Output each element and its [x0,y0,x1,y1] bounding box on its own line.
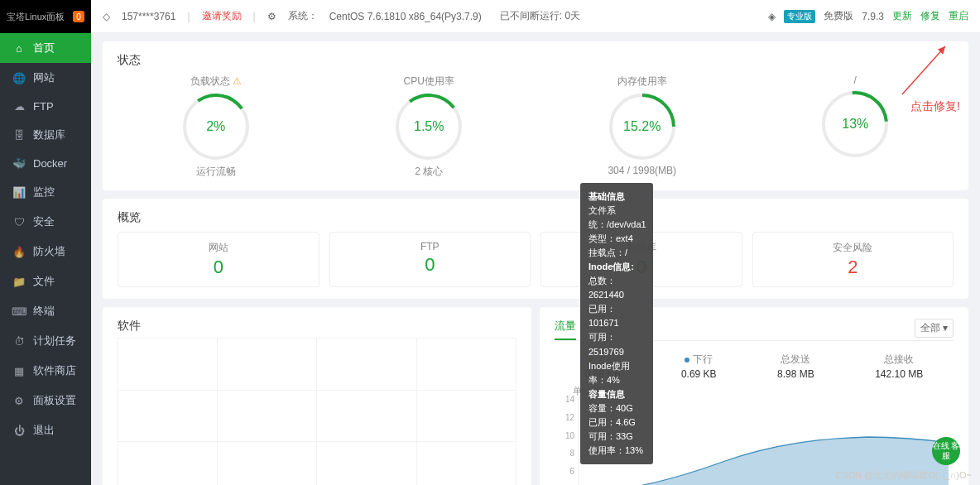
nav-folder[interactable]: 📁 文件 [0,267,91,296]
uptime: 已不间断运行: 0天 [500,9,580,23]
exit-icon: ⏻ [13,425,25,436]
invite-link[interactable]: 邀请奖励 [202,9,242,23]
nav-label: 网站 [33,70,55,85]
status-card: 状态 负载状态 ⚠ 2% 运行流畅 CPU使用率 1.5% 2 核心 内存使用率… [103,41,968,190]
overview-1[interactable]: FTP 0 [329,232,531,287]
pro-badge: 专业版 [784,10,815,23]
fire-icon: 🔥 [13,246,25,257]
gauge-1[interactable]: CPU使用率 1.5% 2 核心 [331,74,528,179]
nav-home[interactable]: ⌂ 首页 [0,33,91,63]
logo-text: 宝塔Linux面板 [7,11,65,23]
restart-link[interactable]: 重启 [949,9,968,23]
nav-label: 终端 [33,304,55,319]
software-grid [118,339,516,485]
nav-label: FTP [33,100,54,113]
gauge-ring: 13% [822,91,888,157]
disk-tooltip: 基础信息 文件系统：/dev/vda1 类型：ext4 挂载点：/ Inode信… [580,183,653,464]
nav-grid[interactable]: ▦ 软件商店 [0,356,91,386]
gauge-0[interactable]: 负载状态 ⚠ 2% 运行流畅 [118,74,315,179]
user-icon: ◇ [103,11,110,22]
nav-label: Docker [33,157,67,170]
gear-icon: ⚙ [13,395,25,406]
status-title: 状态 [118,53,954,68]
monitor-icon: 📊 [13,186,25,198]
nav-label: 首页 [33,41,55,55]
nav-label: 面板设置 [33,393,76,408]
nav-fire[interactable]: 🔥 防火墙 [0,237,91,267]
sidebar: 宝塔Linux面板 0 ⌂ 首页 🌐 网站 ☁ FTP 🗄 数据库 🐳 Dock… [0,0,91,485]
shield-icon: 🛡 [13,216,25,228]
nav-label: 监控 [33,185,55,199]
folder-icon: 📁 [13,276,25,287]
gauge-2[interactable]: 内存使用率 15.2% 304 / 1998(MB) [544,74,741,179]
watermark: CSDN @北北的喵喵窝O(∩_∩)O~ [836,469,972,482]
gauge-3[interactable]: / 13% [757,74,954,179]
chevron-down-icon: ▾ [943,322,948,334]
overview-0[interactable]: 网站 0 [118,232,319,287]
nav-label: 文件 [33,274,55,289]
gauge-ring: 15.2% [609,94,675,160]
metric-1: 下行 0.69 KB [681,353,717,380]
gauge-ring: 1.5% [396,94,462,160]
software-title: 软件 [118,319,516,334]
home-icon: ⌂ [13,42,25,54]
nav-label: 防火墙 [33,244,65,259]
nav-shield[interactable]: 🛡 安全 [0,207,91,237]
logo: 宝塔Linux面板 0 [0,0,91,33]
logo-badge: 0 [73,11,84,22]
overview-title: 概览 [118,210,954,225]
gear-icon: ⚙ [267,11,276,22]
nav-gear[interactable]: ⚙ 面板设置 [0,386,91,415]
repair-link[interactable]: 修复 [920,9,940,23]
cloud-icon: ☁ [13,101,25,113]
docker-icon: 🐳 [13,158,25,170]
nav-monitor[interactable]: 📊 监控 [0,177,91,207]
overview-card: 概览 网站 0 FTP 0 数据库 0 安全风险 2 [103,199,968,299]
tab-traffic[interactable]: 流量 [555,319,576,340]
nav-label: 安全 [33,214,55,229]
clock-icon: ⏱ [13,335,25,347]
nav-label: 软件商店 [33,363,76,378]
nav-label: 退出 [33,423,55,438]
nav-label: 数据库 [33,127,65,142]
software-card: 软件 [103,307,531,485]
terminal-icon: ⌨ [13,305,25,317]
topbar: ◇ 157****3761 | 邀请奖励 | ⚙ 系统： CentOS 7.6.… [91,0,980,33]
support-button[interactable]: 在线 客服 [932,437,960,465]
nav-docker[interactable]: 🐳 Docker [0,150,91,177]
main: ◇ 157****3761 | 邀请奖励 | ⚙ 系统： CentOS 7.6.… [91,0,980,485]
nav-globe[interactable]: 🌐 网站 [0,63,91,93]
diamond-icon: ◈ [768,11,776,22]
overview-3[interactable]: 安全风险 2 [752,232,954,287]
sys-label: 系统： [288,9,318,23]
nav-label: 计划任务 [33,334,76,348]
metric-3: 总接收 142.10 MB [875,353,923,380]
edition-label: 免费版 [824,9,853,23]
update-link[interactable]: 更新 [892,9,912,23]
nav-cloud[interactable]: ☁ FTP [0,93,91,120]
nav-clock[interactable]: ⏱ 计划任务 [0,326,91,356]
nav-terminal[interactable]: ⌨ 终端 [0,296,91,326]
grid-icon: ▦ [13,365,25,377]
globe-icon: 🌐 [13,72,25,84]
nav-db[interactable]: 🗄 数据库 [0,120,91,150]
gauge-ring: 2% [183,94,249,160]
traffic-filter[interactable]: 全部 ▾ [915,319,954,338]
metric-2: 总发送 8.98 MB [777,353,814,380]
db-icon: 🗄 [13,129,25,141]
user-label: 157****3761 [122,11,175,22]
sys-value: CentOS 7.6.1810 x86_64(Py3.7.9) [329,11,482,22]
nav-exit[interactable]: ⏻ 退出 [0,415,91,445]
version-label: 7.9.3 [862,11,884,22]
